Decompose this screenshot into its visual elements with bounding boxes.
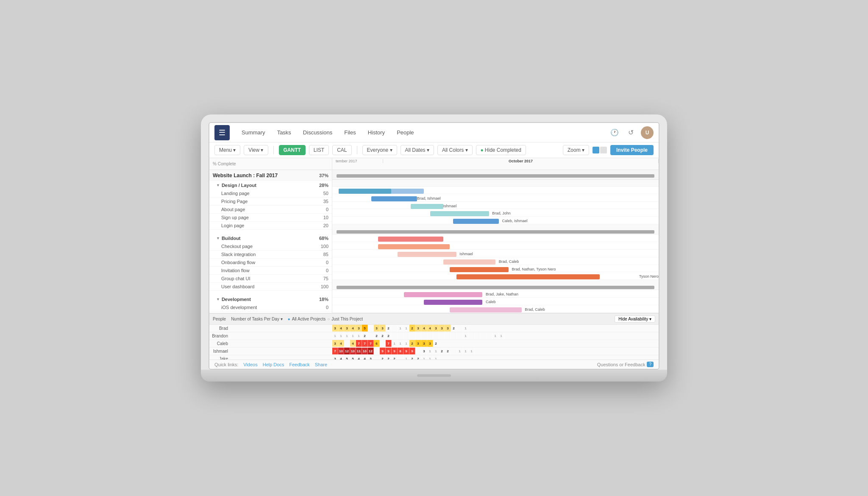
- tab-files[interactable]: Files: [339, 127, 361, 138]
- task-group-chat[interactable]: Group chat UI 75: [209, 275, 332, 283]
- footer-link-helpdocs[interactable]: Help Docs: [263, 362, 284, 367]
- gantt-row-pricing: Brad, Ishmael: [332, 194, 659, 202]
- gantt-row-login: Caleb, Ishmael: [332, 217, 659, 224]
- cal-button[interactable]: CAL: [332, 145, 351, 155]
- avail-row-caleb: Caleb: [209, 340, 332, 348]
- task-invitation-flow[interactable]: Invitation flow 0: [209, 267, 332, 275]
- brad-cells: 3 4 3 4 3 5 3 3 2 1 1: [332, 325, 659, 332]
- gantt-row-newsignup: Brad, Caleb: [332, 305, 659, 313]
- view-button[interactable]: View ▾: [244, 145, 268, 155]
- task-pricing-page[interactable]: Pricing Page 35: [209, 198, 332, 206]
- gantt-row-ios: Brad, Jake, Nathan: [332, 290, 659, 298]
- tab-tasks[interactable]: Tasks: [272, 127, 296, 138]
- gantt-row-checkout: [332, 234, 659, 242]
- avail-tasks-label[interactable]: Number of Tasks Per Day ▾: [231, 317, 283, 321]
- tab-discussions[interactable]: Discussions: [298, 127, 337, 138]
- everyone-button[interactable]: Everyone ▾: [362, 145, 397, 155]
- gantt-row-features: Caleb: [332, 298, 659, 305]
- left-tasks-panel: % Complete Website Launch : Fall 2017 37…: [209, 158, 332, 313]
- project-title-row: Website Launch : Fall 2017 37%: [209, 170, 332, 181]
- section-pct-2: 68%: [317, 236, 328, 241]
- gantt-button[interactable]: GANTT: [279, 145, 306, 155]
- hamburger-icon: ☰: [219, 128, 225, 137]
- task-login-page[interactable]: Login page 20: [209, 222, 332, 230]
- nav-logo[interactable]: ☰: [214, 125, 230, 140]
- middle-section: % Complete Website Launch : Fall 2017 37…: [209, 158, 659, 313]
- toolbar-right: Zoom ▾ Invite People: [563, 145, 654, 155]
- section-development[interactable]: ▼ Development 18%: [209, 295, 332, 304]
- gantt-row-invitation: Brad, Caleb: [332, 257, 659, 265]
- nav-right: 🕐 ↺ U: [609, 126, 654, 139]
- section-pct: 28%: [317, 183, 328, 188]
- avail-cells-area: 3 4 3 4 3 5 3 3 2 1 1: [332, 325, 659, 359]
- jake-cells: 3 4 5 5 4 4 3 2 2 2 1: [332, 355, 659, 359]
- quick-links-label: Quick links:: [214, 362, 238, 367]
- avail-names-col: Brad Brandon Caleb Ishmael Jake Jason: [209, 325, 332, 359]
- gantt-row-groupchat: Brad, Nathan, Tyson Nero: [332, 265, 659, 273]
- top-nav: ☰ Summary Tasks Discussions Files Histor…: [209, 123, 659, 142]
- gantt-row-about: Ishmael: [332, 202, 659, 209]
- availability-panel: People Number of Tasks Per Day ▾ ● All A…: [209, 313, 659, 359]
- tab-summary[interactable]: Summary: [236, 127, 270, 138]
- gantt-header-left: % Complete: [209, 158, 332, 170]
- menu-button[interactable]: Menu ▾: [214, 145, 240, 155]
- spacer-1: [209, 230, 332, 234]
- project-title: Website Launch : Fall 2017: [213, 173, 278, 178]
- spacer-2: [209, 291, 332, 295]
- section-buildout[interactable]: ▼ Buildout 68%: [209, 234, 332, 242]
- gantt-project-row: [332, 170, 659, 180]
- avail-people-label: People: [213, 317, 226, 321]
- invite-people-button[interactable]: Invite People: [610, 145, 654, 155]
- list-button[interactable]: LIST: [309, 145, 329, 155]
- gantt-section-buildout: [332, 228, 659, 234]
- footer-link-feedback[interactable]: Feedback: [289, 362, 309, 367]
- refresh-icon[interactable]: ↺: [625, 127, 637, 139]
- section-name-2: Buildout: [222, 236, 241, 241]
- footer-link-videos[interactable]: Videos: [243, 362, 257, 367]
- feedback-badge: ?: [647, 362, 654, 367]
- caleb-cells: 3 4 4 7 7 7 6 7 1 1 1: [332, 340, 659, 348]
- task-onboarding-flow[interactable]: Onboarding flow 0: [209, 259, 332, 267]
- colors-button[interactable]: All Colors ▾: [437, 145, 473, 155]
- dates-button[interactable]: All Dates ▾: [401, 145, 434, 155]
- gantt-row-dashboard: Tyson Nero: [332, 272, 659, 280]
- gantt-row-slack: [332, 242, 659, 250]
- avail-row-brad: Brad: [209, 325, 332, 332]
- nav-tabs: Summary Tasks Discussions Files History …: [236, 127, 609, 138]
- footer: Quick links: Videos Help Docs Feedback S…: [209, 359, 659, 369]
- collapse-arrow-2: ▼: [216, 236, 220, 240]
- collapse-arrow: ▼: [216, 183, 220, 187]
- gantt-row-landing: [332, 187, 659, 194]
- task-ios-dev[interactable]: iOS development 0: [209, 304, 332, 312]
- project-pct: 37%: [319, 173, 328, 178]
- hide-availability-button[interactable]: Hide Availability ▾: [615, 315, 655, 323]
- tab-people[interactable]: People: [392, 127, 419, 138]
- avail-row-ishmael: Ishmael: [209, 348, 332, 355]
- tab-history[interactable]: History: [363, 127, 390, 138]
- collapse-arrow-3: ▼: [216, 297, 220, 301]
- zoom-button[interactable]: Zoom ▾: [563, 145, 589, 155]
- avatar[interactable]: U: [641, 126, 654, 139]
- task-slack-integration[interactable]: Slack integration 85: [209, 251, 332, 259]
- timeline-header: tember 2017 October 2017: [332, 158, 659, 170]
- toolbar: Menu ▾ View ▾ GANTT LIST CAL Everyone ▾ …: [209, 142, 659, 158]
- task-checkout-page[interactable]: Checkout page 100: [209, 242, 332, 251]
- section-design-layout[interactable]: ▼ Design / Layout 28%: [209, 181, 332, 189]
- section-name: Design / Layout: [222, 183, 256, 188]
- footer-link-share[interactable]: Share: [315, 362, 327, 367]
- task-about-page[interactable]: About page 0: [209, 206, 332, 214]
- toolbar-divider-2: [357, 146, 357, 154]
- hide-completed-button[interactable]: ● Hide Completed: [476, 145, 526, 155]
- toolbar-divider: [273, 146, 274, 154]
- footer-feedback[interactable]: Questions or Feedback ?: [597, 362, 654, 367]
- task-signup-page[interactable]: Sign up page 10: [209, 214, 332, 222]
- avail-options: ● All Active Projects ○ Just This Projec…: [288, 317, 363, 321]
- color-swatch-1[interactable]: [593, 147, 599, 153]
- task-landing-page[interactable]: Landing page 50: [209, 189, 332, 198]
- ishmael-cells: 7 10 12 10 11 10 12 9 9 9 8 9: [332, 348, 659, 355]
- avail-row-jake: Jake: [209, 355, 332, 359]
- task-user-dashboard[interactable]: User dashboard 100: [209, 283, 332, 291]
- color-swatch-2[interactable]: [600, 147, 607, 153]
- clock-icon[interactable]: 🕐: [609, 127, 620, 139]
- pct-complete-header: % Complete: [213, 162, 236, 166]
